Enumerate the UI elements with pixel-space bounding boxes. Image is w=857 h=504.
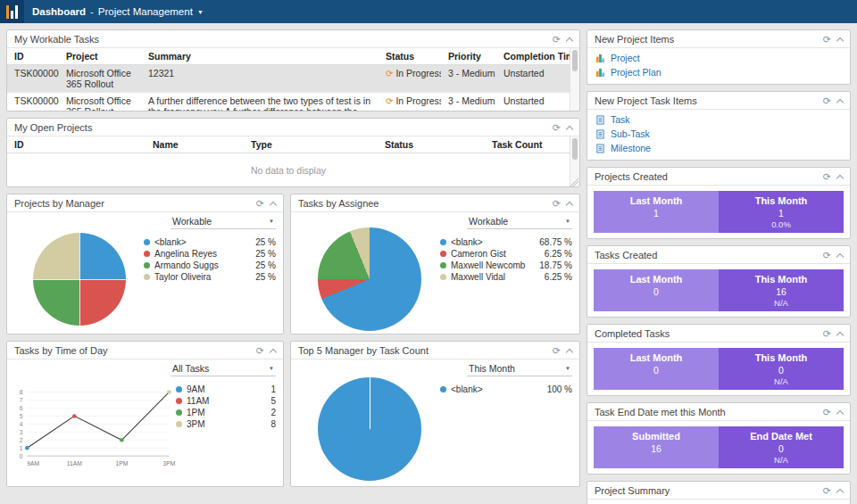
scrollbar[interactable] [570, 48, 579, 112]
dashboard-selector[interactable]: Project Management ▼ [98, 6, 204, 17]
collapse-icon[interactable] [836, 252, 844, 260]
legend-item[interactable]: 9AM1 [176, 384, 276, 395]
collapse-icon[interactable] [836, 409, 844, 417]
link[interactable]: Milestone [611, 143, 651, 153]
dashboard-title[interactable]: Dashboard [32, 6, 86, 17]
refresh-icon[interactable]: ⟳ [553, 123, 561, 133]
refresh-icon[interactable]: ⟳ [553, 199, 561, 209]
column-header[interactable]: Name [146, 136, 244, 153]
table-row[interactable]: TSK000004 Microsoft Office 365 Rollout A… [7, 93, 570, 112]
column-header[interactable]: Summary [141, 48, 379, 65]
resize-grip-icon[interactable] [570, 178, 578, 186]
collapse-icon[interactable] [270, 348, 277, 355]
filter-value: Workable [172, 216, 212, 227]
collapse-icon[interactable] [270, 201, 277, 208]
filter-value: Workable [469, 216, 508, 227]
column-header[interactable]: Status [378, 136, 485, 153]
list-item[interactable]: Sub-Task [587, 127, 850, 141]
collapse-icon[interactable] [566, 201, 573, 208]
refresh-icon[interactable]: ⟳ [256, 199, 264, 209]
refresh-icon[interactable]: ⟳ [823, 96, 831, 106]
collapse-icon[interactable] [836, 174, 844, 181]
collapse-icon[interactable] [836, 331, 844, 338]
link[interactable]: Sub-Task [611, 128, 650, 139]
list-item[interactable]: Milestone [587, 141, 850, 155]
legend-item[interactable]: 11AM5 [176, 395, 276, 407]
collapse-icon[interactable] [566, 125, 573, 132]
legend-label: Maxwell Vidal [451, 272, 545, 282]
legend-value: 6.25 % [545, 272, 572, 282]
column-header[interactable]: Completion Timing [496, 48, 570, 65]
legend-item[interactable]: 1PM2 [176, 407, 276, 418]
collapse-icon[interactable] [566, 348, 573, 355]
legend-item[interactable]: Armando Suggs25 % [144, 260, 276, 271]
list-item[interactable]: Task [587, 112, 850, 127]
collapse-icon[interactable] [836, 98, 844, 105]
chevron-down-icon: ▼ [269, 219, 274, 224]
chart-filter-select[interactable]: Workable▼ [171, 215, 276, 229]
legend-item[interactable]: Cameron Gist6.25 % [440, 248, 572, 260]
column-header[interactable]: Type [244, 136, 378, 153]
column-header[interactable]: Priority [441, 48, 496, 65]
dashboard-selector-label: Project Management [98, 6, 193, 17]
refresh-icon[interactable]: ⟳ [823, 35, 831, 45]
card-header: New Project Items ⟳ [587, 30, 850, 48]
cell-project: Microsoft Office 365 Rollout [59, 65, 141, 93]
list-item[interactable]: Project [587, 51, 850, 65]
column-header[interactable]: Status [379, 48, 441, 65]
refresh-icon[interactable]: ⟳ [553, 346, 561, 356]
stat-value: 16 [721, 286, 841, 298]
refresh-icon[interactable]: ⟳ [823, 329, 831, 339]
refresh-icon[interactable]: ⟳ [823, 408, 831, 417]
legend-item[interactable]: Maxwell Newcomb18.75 % [440, 260, 572, 271]
chart-filter-select[interactable]: This Month▼ [467, 362, 572, 376]
stat-label: Last Month [596, 352, 716, 364]
legend-value: 8 [270, 419, 276, 429]
svg-text:6: 6 [20, 404, 23, 410]
table-row[interactable]: TSK000006 Microsoft Office 365 Rollout 1… [7, 65, 570, 93]
card-title: Task End Date met this Month [595, 407, 726, 417]
column-header[interactable]: ID [7, 48, 59, 65]
column-header[interactable]: ID [7, 136, 146, 153]
link[interactable]: Task [611, 114, 630, 125]
chart-filter-select[interactable]: Workable▼ [467, 215, 572, 229]
stat-last-month: Last Month 1 [594, 191, 719, 233]
pie-chart[interactable] [33, 233, 126, 326]
legend-item[interactable]: Angelina Reyes25 % [144, 248, 276, 260]
link[interactable]: Project Plan [611, 67, 661, 78]
legend-item[interactable]: <blank>100 % [440, 384, 572, 395]
legend-item[interactable]: 3PM8 [176, 418, 276, 430]
chevron-down-icon: ▼ [269, 366, 274, 371]
refresh-icon[interactable]: ⟳ [823, 251, 831, 260]
link[interactable]: Project [611, 53, 640, 63]
app-logo-icon[interactable] [0, 0, 24, 23]
collapse-icon[interactable] [836, 37, 844, 44]
legend-label: Angelina Reyes [154, 249, 255, 259]
legend-value: 1 [270, 384, 276, 394]
refresh-icon[interactable]: ⟳ [823, 486, 831, 496]
my-open-projects-card: My Open Projects ⟳ ID Name Type Status [6, 118, 580, 187]
refresh-icon[interactable]: ⟳ [256, 346, 264, 356]
scrollbar-thumb[interactable] [572, 138, 578, 160]
legend-item[interactable]: <blank>25 % [144, 236, 276, 248]
refresh-icon[interactable]: ⟳ [823, 172, 831, 182]
legend-color-dot [144, 239, 150, 245]
column-header[interactable]: Project [59, 48, 141, 65]
table-header-row: ID Project Summary Status Priority Compl… [7, 48, 570, 65]
chart-filter-select[interactable]: All Tasks▼ [171, 362, 276, 376]
legend-item[interactable]: Taylor Oliveira25 % [144, 271, 276, 283]
legend-item[interactable]: <blank>68.75 % [440, 236, 572, 248]
stat-last-month: Last Month 0 [594, 348, 719, 390]
legend-label: 9AM [187, 384, 270, 394]
pie-chart[interactable] [318, 227, 421, 331]
column-header[interactable]: Task Count [485, 136, 570, 153]
table-header-row: ID Name Type Status Task Count [7, 136, 570, 153]
collapse-icon[interactable] [836, 488, 844, 495]
refresh-icon[interactable]: ⟳ [553, 35, 561, 45]
scrollbar-thumb[interactable] [572, 50, 578, 71]
collapse-icon[interactable] [566, 37, 573, 44]
pie-chart[interactable] [318, 377, 421, 481]
line-chart[interactable]: 0123456789AM11AM1PM3PM [14, 385, 176, 473]
legend-item[interactable]: Maxwell Vidal6.25 % [440, 271, 572, 283]
list-item[interactable]: Project Plan [587, 65, 850, 79]
